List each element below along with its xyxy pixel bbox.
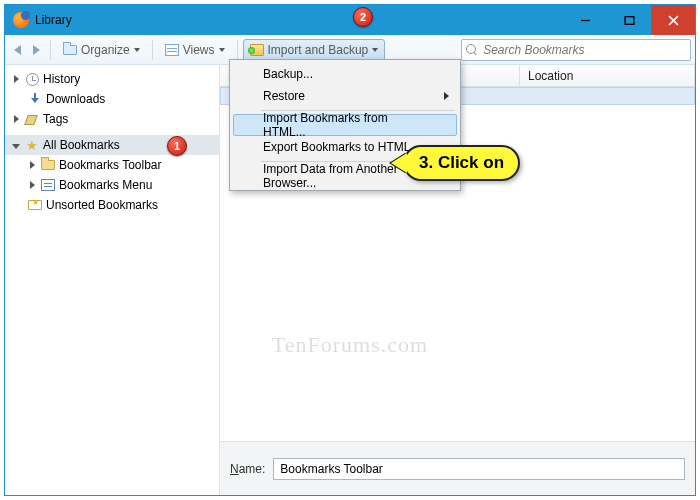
menu-item-import-html[interactable]: Import Bookmarks from HTML... bbox=[233, 114, 457, 136]
chevron-down-icon bbox=[134, 48, 140, 52]
organize-icon bbox=[63, 45, 77, 55]
organize-button[interactable]: Organize bbox=[56, 39, 147, 61]
annotation-badge-1: 1 bbox=[167, 136, 187, 156]
sidebar-item-downloads[interactable]: Downloads bbox=[5, 89, 219, 109]
annotation-callout: 3. Click on bbox=[403, 145, 520, 181]
search-box[interactable] bbox=[461, 39, 691, 61]
download-icon bbox=[29, 93, 41, 105]
search-input[interactable] bbox=[481, 42, 686, 58]
history-icon bbox=[26, 73, 39, 86]
bookmarks-menu-icon bbox=[41, 179, 55, 191]
forward-button[interactable] bbox=[28, 39, 45, 61]
annotation-badge-2: 2 bbox=[353, 7, 373, 27]
expand-icon bbox=[30, 161, 35, 169]
import-backup-label: Import and Backup bbox=[268, 43, 369, 57]
sidebar-item-history[interactable]: History bbox=[5, 69, 219, 89]
column-header-location[interactable]: Location bbox=[520, 65, 695, 86]
chevron-down-icon bbox=[372, 48, 378, 52]
sidebar-item-label: History bbox=[43, 72, 80, 86]
collapse-icon bbox=[12, 144, 20, 149]
unsorted-icon bbox=[28, 200, 42, 210]
name-field[interactable] bbox=[273, 458, 685, 480]
titlebar[interactable]: Library bbox=[5, 5, 695, 35]
name-label: Name: bbox=[230, 462, 265, 476]
minimize-button[interactable] bbox=[563, 5, 607, 35]
chevron-down-icon bbox=[219, 48, 225, 52]
window-title: Library bbox=[35, 13, 72, 27]
separator bbox=[152, 40, 153, 60]
submenu-arrow-icon bbox=[444, 92, 449, 100]
close-button[interactable] bbox=[651, 5, 695, 35]
sidebar-item-tags[interactable]: Tags bbox=[5, 109, 219, 129]
sidebar-item-label: Bookmarks Menu bbox=[59, 178, 152, 192]
sidebar: History Downloads Tags ★ All Bookmarks bbox=[5, 65, 220, 495]
sidebar-item-label: Tags bbox=[43, 112, 68, 126]
forward-icon bbox=[33, 45, 40, 55]
views-icon bbox=[165, 44, 179, 56]
menu-item-restore[interactable]: Restore bbox=[233, 85, 457, 107]
firefox-icon bbox=[13, 12, 29, 28]
sidebar-item-bookmarks-menu[interactable]: Bookmarks Menu bbox=[5, 175, 219, 195]
import-backup-button[interactable]: Import and Backup bbox=[243, 39, 386, 61]
import-backup-icon bbox=[250, 44, 264, 56]
expand-icon bbox=[30, 181, 35, 189]
folder-icon bbox=[41, 160, 55, 170]
search-icon bbox=[466, 44, 477, 56]
sidebar-item-label: Bookmarks Toolbar bbox=[59, 158, 162, 172]
back-button[interactable] bbox=[9, 39, 26, 61]
svg-rect-1 bbox=[625, 16, 634, 24]
sidebar-item-label: Downloads bbox=[46, 92, 105, 106]
sidebar-item-label: All Bookmarks bbox=[43, 138, 120, 152]
separator bbox=[50, 40, 51, 60]
back-icon bbox=[14, 45, 21, 55]
sidebar-item-bookmarks-toolbar[interactable]: Bookmarks Toolbar bbox=[5, 155, 219, 175]
views-label: Views bbox=[183, 43, 215, 57]
sidebar-item-unsorted[interactable]: Unsorted Bookmarks bbox=[5, 195, 219, 215]
star-icon: ★ bbox=[24, 137, 40, 153]
separator bbox=[237, 40, 238, 60]
maximize-button[interactable] bbox=[607, 5, 651, 35]
sidebar-item-label: Unsorted Bookmarks bbox=[46, 198, 158, 212]
tag-icon bbox=[26, 113, 38, 125]
properties-panel: Name: bbox=[220, 441, 695, 495]
menu-item-backup[interactable]: Backup... bbox=[233, 63, 457, 85]
expand-icon bbox=[14, 75, 19, 83]
views-button[interactable]: Views bbox=[158, 39, 232, 61]
organize-label: Organize bbox=[81, 43, 130, 57]
expand-icon bbox=[14, 115, 19, 123]
